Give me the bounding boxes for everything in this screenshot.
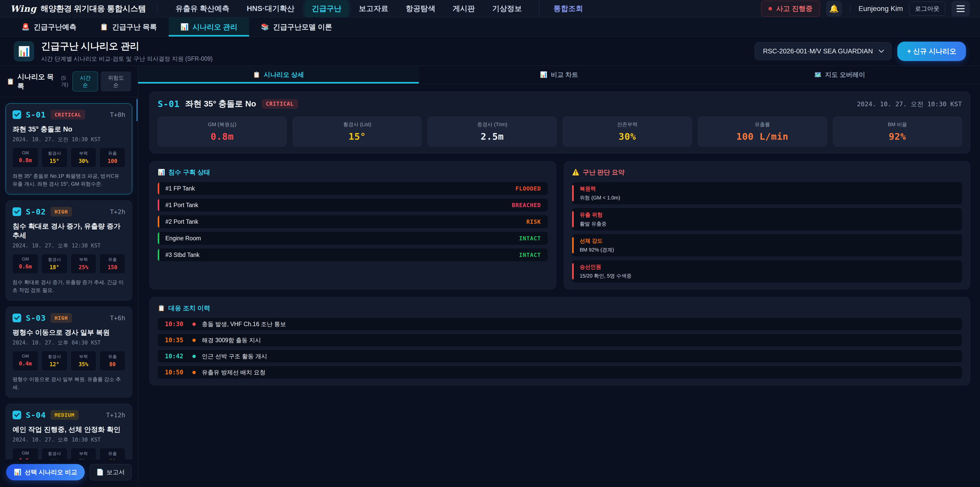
metric-card: 잔존부력 30% xyxy=(563,117,692,147)
new-scenario-button[interactable]: + 신규 시나리오 xyxy=(897,42,966,61)
stat-label: GM xyxy=(14,257,37,262)
nav-item[interactable]: 유출유 확산예측 xyxy=(169,0,236,17)
metric-grid: GM (복원심) 0.8m 횡경사 (List) 15° 종경사 (Trim) xyxy=(158,117,962,147)
nav-item[interactable]: 통합조회 xyxy=(539,0,590,17)
page-subtitle: 시간 단계별 시나리오 비교·검토 및 구난 의사결정 지원 (SFR-009) xyxy=(41,55,213,63)
module-tab[interactable]: 🚨 긴급구난예측 xyxy=(10,18,88,37)
tab-icon: 🗺️ xyxy=(814,71,821,78)
stat-value: 30% xyxy=(72,158,95,164)
scenario-stats: GM 0.6m 횡경사 18° 부력 xyxy=(13,254,125,274)
timeline-event: 10:30 충돌 발생, VHF Ch.16 조난 통보 xyxy=(158,318,962,330)
event-dot-icon xyxy=(192,355,196,358)
event-dot-icon xyxy=(192,323,196,326)
logout-button[interactable]: 로그아웃 xyxy=(909,2,945,16)
incident-select[interactable]: RSC-2026-001·M/V SEA GUARDIAN xyxy=(755,42,892,60)
panel-title: 📋 대응 조치 이력 xyxy=(158,304,962,312)
stat-value: 12° xyxy=(43,361,66,367)
compartment-name: #1 FP Tank xyxy=(165,185,195,192)
assessment-item: 승선인원 15/20 확인, 5명 수색중 xyxy=(572,260,962,283)
scenario-card[interactable]: S-03 HIGH T+6h 평형수 이동으로 경사 일부 복원 2024. 1… xyxy=(6,307,132,398)
stat-value: 15° xyxy=(43,158,66,164)
scenario-card[interactable]: S-04 MEDIUM T+12h 예인 작업 진행중, 선체 안정화 확인 2… xyxy=(6,404,132,460)
document-icon: 📄 xyxy=(96,469,104,476)
module-tab[interactable]: 📊 시나리오 관리 xyxy=(169,18,249,37)
nav-item[interactable]: 항공탐색 xyxy=(399,0,442,17)
stat-box: 유출 150 xyxy=(100,254,125,274)
sort-by-time-button[interactable]: 시간순 xyxy=(73,72,98,91)
scenario-title: 침수 확대로 경사 증가, 유출량 증가 추세 xyxy=(13,222,125,240)
scenario-stats: GM 0.4m 횡경사 12° 부력 xyxy=(13,351,125,371)
scenario-checkbox[interactable] xyxy=(13,208,21,216)
module-tab[interactable]: 📋 긴급구난 목록 xyxy=(88,18,169,37)
metric-card: 유출률 100 L/min xyxy=(698,117,827,147)
assessment-label: 복원력 xyxy=(580,185,620,192)
stat-box: 부력 50% xyxy=(71,448,97,460)
compare-scenarios-button[interactable]: 📊 선택 시나리오 비교 xyxy=(6,464,85,481)
status-dot-icon xyxy=(768,7,772,10)
nav-item[interactable]: 게시판 xyxy=(446,0,482,17)
compartment-status: RISK xyxy=(527,219,541,225)
scenario-datetime: 2024. 10. 27. 오후 12:30 KST xyxy=(13,242,125,249)
time-offset: T+6h xyxy=(110,315,125,322)
sort-by-risk-button[interactable]: 위험도순 xyxy=(100,72,131,91)
stat-value: 0.6m xyxy=(14,263,37,270)
stat-label: GM xyxy=(14,150,37,155)
scenario-card-header: S-02 HIGH T+2h xyxy=(13,207,125,217)
nav-item[interactable]: HNS·대기확산 xyxy=(240,0,301,17)
scenario-datetime: 2024. 10. 27. 오후 04:30 KST xyxy=(13,339,125,346)
scenario-card[interactable]: S-02 HIGH T+2h 침수 확대로 경사 증가, 유출량 증가 추세 2… xyxy=(6,200,132,300)
stat-value: 0.6m xyxy=(14,458,37,460)
scenario-description: 평형수 이동으로 경사 일부 복원. 유출률 감소 추세. xyxy=(13,375,125,391)
status-bar xyxy=(158,232,159,245)
stat-value: 80 xyxy=(101,361,124,367)
scenario-checkbox[interactable] xyxy=(13,314,21,322)
nav-item[interactable]: 보고자료 xyxy=(352,0,395,17)
detail-tab[interactable]: 📊 비교 차트 xyxy=(419,66,700,83)
scrollbar-thumb[interactable] xyxy=(137,99,138,121)
nav-item[interactable]: 기상정보 xyxy=(485,0,529,17)
hamburger-menu-button[interactable] xyxy=(951,1,970,17)
stat-box: 횡경사 12° xyxy=(41,351,67,371)
scenario-title: 평형수 이동으로 경사 일부 복원 xyxy=(13,328,125,337)
assessment-label: 유출 위험 xyxy=(580,211,607,218)
metric-value: 0.8m xyxy=(160,131,284,142)
notifications-button[interactable]: 🔔 xyxy=(826,1,842,17)
detail-tab[interactable]: 🗺️ 지도 오버레이 xyxy=(699,66,980,83)
compartment-status: INTACT xyxy=(519,252,541,258)
page-header-actions: RSC-2026-001·M/V SEA GUARDIAN + 신규 시나리오 xyxy=(755,42,966,61)
scenario-list-title: 시나리오 목록 xyxy=(18,72,59,91)
scenario-list: S-01 CRITICAL T+0h 좌현 35° 충돌로 No 2024. 1… xyxy=(0,97,138,460)
event-text: 인근 선박 구조 활동 개시 xyxy=(202,353,267,360)
stat-value: 150 xyxy=(101,264,124,270)
stat-box: 횡경사 18° xyxy=(41,254,67,274)
detail-body: S-01 좌현 35° 충돌로 No CRITICAL 2024. 10. 27… xyxy=(138,84,980,487)
event-dot-icon xyxy=(192,339,196,342)
top-nav: Wing 해양환경 위기대응 통합시스템 유출유 확산예측 HNS·대기확산 긴… xyxy=(0,0,980,18)
scenario-card[interactable]: S-01 CRITICAL T+0h 좌현 35° 충돌로 No 2024. 1… xyxy=(6,104,132,194)
report-button-label: 보고서 xyxy=(107,468,125,476)
scenario-checkbox[interactable] xyxy=(13,410,21,419)
main-menu: 유출유 확산예측 HNS·대기확산 긴급구난 보고자료 항공탐색 게시판 기상정… xyxy=(169,0,590,17)
content-body: 📋 시나리오 목록 (5개) 시간순 위험도순 S-01 CRITICAL T+… xyxy=(0,66,980,487)
scenario-stats: GM 0.8m 횡경사 15° 부력 xyxy=(13,148,125,168)
status-bar xyxy=(158,199,159,211)
scenario-card-header: S-04 MEDIUM T+12h xyxy=(13,410,125,420)
scenario-checkbox[interactable] xyxy=(13,110,21,119)
compartment-row: #1 Port Tank BREACHED xyxy=(158,199,548,211)
report-button[interactable]: 📄 보고서 xyxy=(89,464,132,481)
stat-value: 25% xyxy=(72,264,95,270)
stat-label: 횡경사 xyxy=(43,150,66,156)
timeline-event: 10:50 유출유 방제선 배치 요청 xyxy=(158,366,962,378)
nav-item[interactable]: 긴급구난 xyxy=(305,0,348,17)
clipboard-icon: 📋 xyxy=(158,305,165,311)
timeline-rows: 10:30 충돌 발생, VHF Ch.16 조난 통보 10:35 해경 30… xyxy=(158,318,962,378)
scenario-id: S-02 xyxy=(26,207,46,216)
module-tab[interactable]: 📚 긴급구난모델 이론 xyxy=(249,18,344,37)
status-bar xyxy=(572,263,574,279)
severity-badge: MEDIUM xyxy=(51,410,79,420)
stat-value: 50% xyxy=(72,458,95,460)
app-logo[interactable]: Wing 해양환경 위기대응 통합시스템 xyxy=(10,3,146,14)
salvage-assessment-panel: ⚠️ 구난 판단 요약 복원력 위험 (GM < 1.0m) xyxy=(564,161,970,289)
detail-tab[interactable]: 📋 시나리오 상세 xyxy=(138,66,419,83)
tab-label: 시나리오 상세 xyxy=(264,70,304,79)
